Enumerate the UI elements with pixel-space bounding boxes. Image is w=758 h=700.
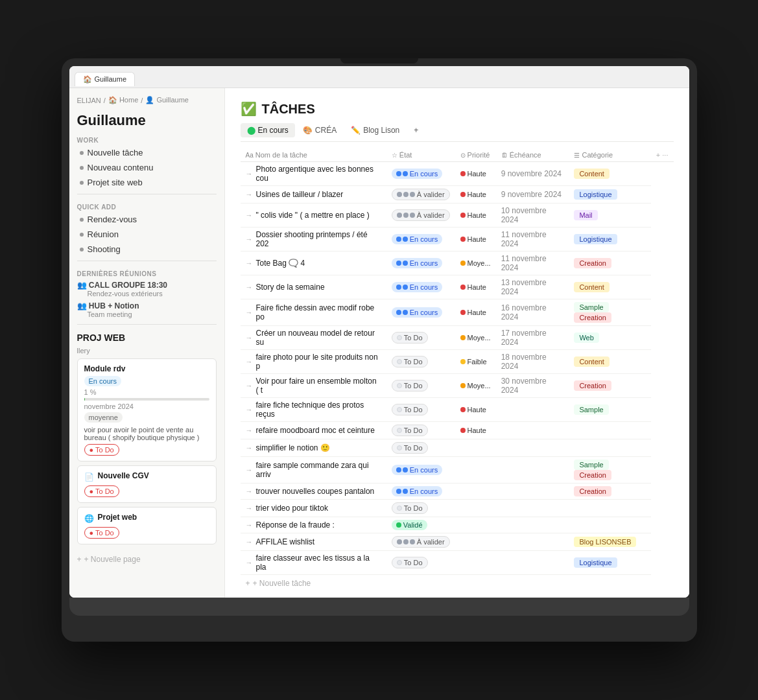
new-page-button[interactable]: + + Nouvelle page — [69, 552, 224, 566]
sidebar-item-projet-site-web[interactable]: Projet site web — [72, 175, 222, 190]
status-badge: À valider — [392, 209, 450, 221]
section-work-label: WORK — [69, 132, 224, 145]
divider — [77, 261, 217, 261]
priority-badge: Moye... — [460, 334, 491, 342]
main-content: ✅ TÂCHES ⬤ En cours 🎨 CRÉA ✏️ Blog Lison — [225, 88, 689, 598]
task-name-cell: →Tote Bag 🗨️ 4 — [241, 251, 386, 275]
priority-badge-moyenne: moyenne — [84, 412, 123, 423]
task-name-cell: →simplifier le notion 🙂 — [241, 439, 386, 457]
add-task-button[interactable]: + + Nouvelle tâche — [241, 575, 674, 592]
category-badge: Content — [574, 169, 610, 179]
status-badge-todo: ● To Do — [84, 527, 119, 539]
priority-badge: Haute — [460, 191, 486, 198]
status-badge: To Do — [392, 442, 428, 454]
table-row: →Voir pour faire un ensemble molton ( t … — [241, 374, 674, 398]
sidebar-item-shooting[interactable]: Shooting — [72, 242, 222, 257]
table-row: →" colis vide " ( a mettre en place ) À … — [241, 204, 674, 228]
proj-card-projet-web: 🌐 Projet web ● To Do — [77, 507, 217, 544]
col-nom: Aa Nom de la tâche — [241, 148, 386, 162]
sidebar-item-label: Rendez-vous — [88, 215, 137, 224]
category-badge: Creation — [574, 486, 611, 496]
sidebar: ELIJAN / 🏠 Home / 👤 Guillaume Guillaume … — [69, 88, 225, 598]
col-etat: ☆ État — [386, 148, 455, 162]
browser-tab[interactable]: 🏠 Guillaume — [75, 72, 136, 86]
proj-web-title: PROJ WEB — [77, 332, 217, 343]
priority-badge: Faible — [460, 358, 487, 366]
task-name-cell: →Réponse de la fraude : — [241, 517, 386, 533]
status-badge: En cours — [392, 234, 442, 244]
sidebar-item-label: Nouveau contenu — [88, 163, 154, 172]
table-row: →refaire moodboard moc et ceinture To Do… — [241, 422, 674, 439]
dot-icon — [80, 181, 84, 185]
status-badge: En cours — [392, 169, 442, 179]
task-name-cell: →trier video pour tiktok — [241, 500, 386, 517]
priority-badge: Haute — [460, 426, 486, 434]
progress-bar — [84, 398, 209, 401]
tab-crea[interactable]: 🎨 CRÉA — [296, 123, 343, 137]
col-categorie: ☰ Catégorie — [569, 148, 650, 162]
status-badge: To Do — [392, 502, 428, 514]
priority-badge: Haute — [460, 309, 486, 316]
divider — [77, 324, 217, 325]
priority-badge: Haute — [460, 235, 486, 243]
sidebar-item-rendez-vous[interactable]: Rendez-vous — [72, 212, 222, 227]
table-row: →simplifier le notion 🙂 To Do — [241, 439, 674, 457]
dot-icon — [80, 218, 84, 222]
task-name-cell: →" colis vide " ( a mettre en place ) — [241, 204, 386, 228]
category-badge: Logistique — [574, 557, 617, 568]
task-table: Aa Nom de la tâche ☆ État ⊙ Priorité 🗓 É… — [241, 148, 674, 575]
table-row: →Faire fiche dessin avec modif robe po E… — [241, 299, 674, 326]
tab-add[interactable]: + — [407, 123, 425, 137]
tab-en-cours[interactable]: ⬤ En cours — [241, 123, 295, 137]
status-badge: To Do — [392, 332, 428, 344]
category-badge: Creation — [574, 258, 611, 268]
category-badge: Blog LISONSEB — [574, 537, 636, 547]
category-badge: Creation — [574, 470, 611, 480]
sidebar-item-nouvelle-tache[interactable]: Nouvelle tâche — [72, 145, 222, 160]
dot-icon — [80, 151, 84, 155]
proj-web-section: PROJ WEB llery Module rdv En cours 1 % n… — [69, 329, 224, 552]
status-badge-en-cours: En cours — [84, 376, 121, 386]
priority-badge: Haute — [460, 283, 486, 291]
table-row: →Réponse de la fraude : Validé — [241, 517, 674, 533]
table-row: →Usines de tailleur / blazer À valider H… — [241, 186, 674, 204]
taches-icon: ✅ — [241, 101, 257, 117]
breadcrumb: ELIJAN / 🏠 Home / 👤 Guillaume — [69, 93, 224, 107]
table-row: →Créer un nouveau model de retour su To … — [241, 326, 674, 350]
task-name-cell: →faire photo pour le site produits non p — [241, 350, 386, 374]
task-name-cell: →Story de la semaine — [241, 275, 386, 299]
status-badge: À valider — [392, 536, 450, 548]
taches-section-header: ✅ TÂCHES — [241, 101, 674, 117]
status-badge: À valider — [392, 189, 450, 200]
proj-web-sub: llery — [77, 347, 217, 355]
status-badge: En cours — [392, 258, 442, 268]
app-layout: ELIJAN / 🏠 Home / 👤 Guillaume Guillaume … — [69, 88, 689, 598]
category-badge: Content — [574, 282, 610, 292]
task-name-cell: →Usines de tailleur / blazer — [241, 186, 386, 204]
category-badge: Creation — [574, 312, 611, 323]
col-add[interactable]: + ··· — [651, 148, 674, 162]
category-badge: Logistique — [574, 189, 617, 200]
priority-badge: Moye... — [460, 382, 491, 390]
sidebar-item-nouveau-contenu[interactable]: Nouveau contenu — [72, 160, 222, 175]
taches-title: TÂCHES — [262, 102, 315, 117]
sidebar-item-reunion[interactable]: Réunion — [72, 227, 222, 242]
table-row: →trier video pour tiktok To Do — [241, 500, 674, 517]
table-row: →Dossier shooting printemps / été 202 En… — [241, 228, 674, 251]
category-badge: Logistique — [574, 234, 617, 244]
task-name-cell: →faire fiche technique des protos reçus — [241, 398, 386, 422]
section-quick-add-label: QUICK ADD — [69, 198, 224, 212]
category-badge: Creation — [574, 380, 611, 391]
category-badge: Content — [574, 356, 610, 367]
category-badge: Mail — [574, 210, 597, 220]
dot-icon — [80, 233, 84, 237]
last-meetings-label: dernières réunions — [69, 265, 224, 279]
tab-icon: 🏠 — [83, 75, 92, 84]
priority-badge: Haute — [460, 406, 486, 414]
sidebar-item-label: Réunion — [88, 229, 119, 239]
taches-tabs-row: ⬤ En cours 🎨 CRÉA ✏️ Blog Lison + — [241, 123, 674, 142]
status-badge-todo: ● To Do — [84, 485, 119, 497]
task-name-cell: →Faire fiche dessin avec modif robe po — [241, 299, 386, 326]
task-name-cell: →refaire moodboard moc et ceinture — [241, 422, 386, 439]
tab-blog-lison[interactable]: ✏️ Blog Lison — [344, 123, 406, 137]
